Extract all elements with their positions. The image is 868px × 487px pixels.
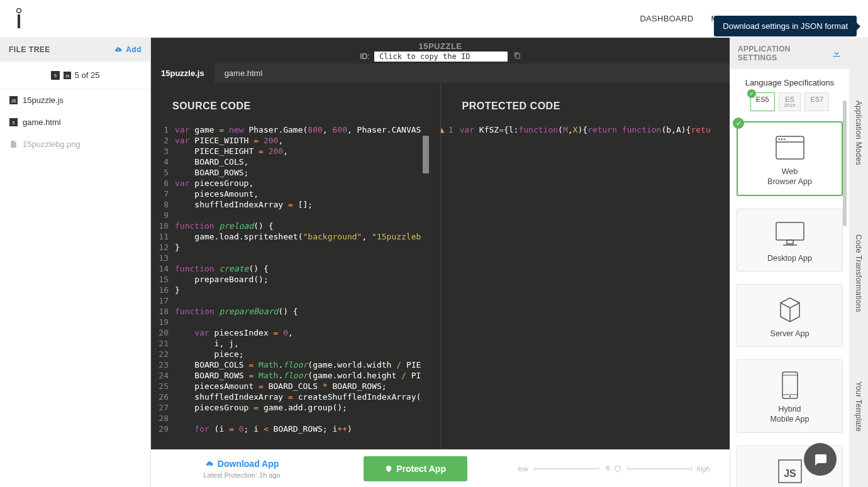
project-id: ID: Click to copy the ID — [151, 52, 730, 61]
last-protection-label: Latest Protection: 1h ago — [151, 471, 333, 479]
settings-title: APPLICATION SETTINGS — [738, 45, 832, 62]
html5-icon: 5 — [51, 71, 60, 80]
svg-rect-1 — [18, 14, 20, 28]
file-type-icon: JS — [9, 96, 18, 105]
rail-templates[interactable]: Your Template — [854, 381, 863, 432]
svg-point-21 — [789, 396, 791, 398]
shield-outline-icon — [614, 464, 621, 473]
mode-mobile[interactable]: HybridMobile App — [737, 359, 843, 433]
svg-point-0 — [17, 8, 21, 13]
file-tree: FILE TREE Add 5 JS 5 of 25 JS15puzzle.js… — [0, 38, 151, 487]
file-game-html[interactable]: 5game.html — [0, 111, 150, 133]
svg-rect-15 — [776, 222, 804, 240]
check-icon: ✓ — [747, 89, 756, 98]
source-code[interactable]: 1234567891011121314151617181920212223242… — [151, 124, 440, 449]
scrollbar-vertical[interactable] — [423, 136, 429, 173]
desktop-icon — [741, 221, 838, 248]
editor: 15PUZZLE ID: Click to copy the ID 15puzz… — [151, 38, 730, 487]
cloud-download-icon — [205, 460, 214, 468]
lang-es[interactable]: ES2015 — [779, 92, 801, 111]
logo[interactable] — [9, 8, 28, 30]
lang-es5[interactable]: ✓ES5 — [750, 92, 775, 111]
svg-point-12 — [778, 138, 779, 140]
svg-rect-16 — [787, 240, 793, 244]
cloud-upload-icon — [114, 46, 123, 53]
file-type-icon: 5 — [9, 118, 18, 127]
editor-tabs: 15puzzle.jsgame.html — [151, 63, 730, 83]
right-rail: Application Modes Code Transformations Y… — [849, 38, 868, 487]
check-icon: ✓ — [733, 118, 744, 129]
svg-text:JS: JS — [65, 74, 69, 78]
server-icon — [741, 296, 838, 324]
mobile-icon — [741, 371, 838, 399]
mode-browser[interactable]: ✓WebBrowser App — [737, 121, 843, 196]
nav-dashboard[interactable]: DASHBOARD — [640, 14, 693, 23]
svg-point-14 — [783, 138, 784, 140]
balance-icon — [604, 464, 613, 473]
lang-spec-title: Language Specifications — [738, 78, 842, 87]
file-15puzzle-js[interactable]: JS15puzzle.js — [0, 89, 150, 111]
file-type-icon — [9, 140, 18, 149]
source-pane: SOURCE CODE 1234567891011121314151617181… — [151, 83, 441, 449]
protected-pane: PROTECTED CODE ▲ 1 var KfSZ={l:function(… — [441, 83, 730, 449]
project-title: 15PUZZLE — [151, 41, 730, 51]
svg-text:5: 5 — [12, 121, 14, 125]
chat-icon — [813, 452, 828, 467]
protect-app-button[interactable]: Protect App — [364, 456, 467, 481]
protected-title: PROTECTED CODE — [441, 83, 730, 124]
slider-track[interactable] — [535, 468, 598, 469]
settings-scrollbar[interactable] — [843, 101, 847, 226]
slider-low-label: low — [518, 465, 528, 473]
copy-icon[interactable] — [514, 52, 521, 61]
svg-point-13 — [781, 138, 782, 140]
settings-panel: APPLICATION SETTINGS Language Specificat… — [730, 38, 849, 487]
source-title: SOURCE CODE — [151, 83, 440, 124]
slider-track-2[interactable] — [628, 468, 691, 469]
svg-text:JS: JS — [784, 468, 796, 479]
protection-slider[interactable]: low high — [498, 464, 730, 473]
lang-es7[interactable]: ES7 — [804, 92, 829, 111]
download-app-button[interactable]: Download App — [205, 459, 279, 469]
svg-rect-10 — [776, 136, 804, 159]
shield-icon — [385, 464, 392, 473]
download-settings-tooltip: Download settings in JSON format — [714, 16, 857, 36]
protected-code[interactable]: ▲ 1 var KfSZ={l:function(M,X){return fun… — [441, 124, 730, 449]
rail-app-modes[interactable]: Application Modes — [854, 101, 863, 165]
file-counter: 5 JS 5 of 25 — [0, 62, 150, 89]
js-badge-icon: JS — [64, 72, 71, 79]
browser-icon — [742, 134, 838, 161]
editor-footer: Download App Latest Protection: 1h ago P… — [151, 449, 730, 487]
file-15puzzlebg-png[interactable]: 15puzzlebg.png — [0, 133, 150, 155]
file-tree-title: FILE TREE — [9, 45, 50, 54]
chat-bubble[interactable] — [804, 443, 837, 476]
tab-game-html[interactable]: game.html — [214, 63, 273, 83]
add-file-button[interactable]: Add — [114, 45, 142, 54]
tab-15puzzle-js[interactable]: 15puzzle.js — [151, 63, 214, 83]
svg-text:5: 5 — [54, 74, 57, 78]
mode-desktop[interactable]: Desktop App — [737, 209, 843, 271]
rail-transforms[interactable]: Code Transformations — [854, 234, 863, 312]
slider-high-label: high — [697, 465, 710, 473]
mode-server[interactable]: Server App — [737, 284, 843, 347]
copy-id-box[interactable]: Click to copy the ID — [374, 52, 508, 62]
svg-text:JS: JS — [11, 99, 16, 103]
download-json-button[interactable] — [832, 48, 842, 58]
